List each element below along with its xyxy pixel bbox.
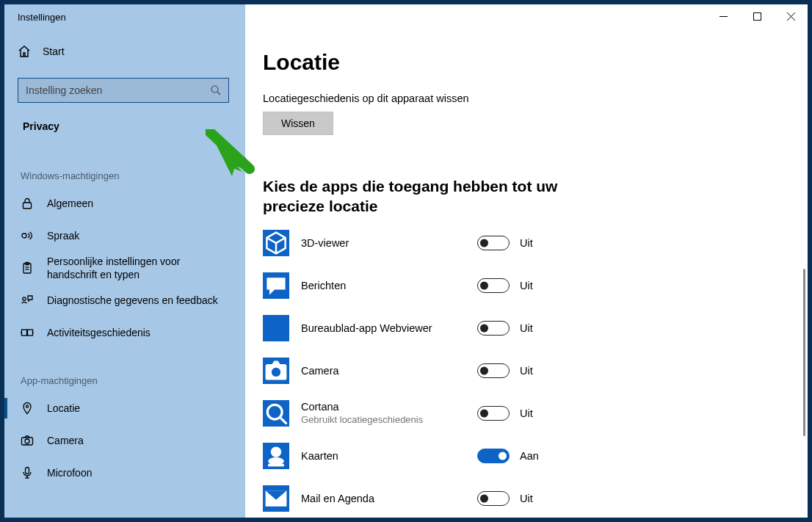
sidebar-item-inking[interactable]: Persoonlijke instellingen voor handschri…: [18, 252, 236, 284]
app-icon: [263, 443, 289, 469]
app-name: 3D-viewer: [301, 237, 477, 249]
sidebar-item-speech[interactable]: Spraak: [18, 220, 236, 252]
app-row: 3D-viewerUit: [263, 230, 796, 256]
maximize-button[interactable]: [740, 4, 774, 28]
svg-line-5: [217, 92, 220, 95]
app-toggle[interactable]: [477, 449, 510, 463]
app-text: Kaarten: [301, 450, 477, 462]
page-title: Locatie: [263, 50, 796, 75]
sidebar-item-label: Algemeen: [47, 197, 93, 210]
sidebar-item-diagnostics[interactable]: Diagnostische gegevens en feedback: [18, 284, 236, 316]
sidebar-item-label: Microfoon: [47, 466, 92, 479]
choose-apps-heading: Kies de apps die toegang hebben tot uw p…: [263, 176, 601, 217]
toggle-state-label: Uit: [520, 237, 533, 249]
toggle-state-label: Uit: [520, 493, 533, 504]
toggle-state-label: Uit: [520, 365, 533, 377]
close-icon: [787, 12, 795, 21]
svg-rect-6: [23, 203, 32, 209]
search-icon: [211, 85, 221, 95]
sidebar-item-general[interactable]: Algemeen: [18, 187, 236, 220]
sidebar-item-camera[interactable]: Camera: [18, 424, 236, 457]
app-row: Mail en AgendaUit: [263, 485, 796, 512]
sidebar-item-label: Locatie: [47, 402, 80, 415]
toggle-state-label: Uit: [520, 407, 533, 419]
category-heading: Privacy: [18, 116, 236, 139]
content-area: Start Privacy Windows-machtigingen Algem…: [4, 29, 808, 518]
app-text: Berichten: [301, 280, 477, 291]
app-name: Camera: [301, 365, 477, 377]
svg-point-22: [272, 367, 280, 376]
app-toggle-wrap: Uit: [477, 321, 533, 336]
app-icon: [263, 485, 289, 512]
toggle-state-label: Uit: [520, 280, 533, 291]
app-icon: [263, 358, 289, 384]
toggle-state-label: Aan: [520, 450, 539, 462]
app-toggle[interactable]: [477, 491, 510, 506]
app-toggle-wrap: Uit: [477, 363, 533, 378]
app-toggle[interactable]: [477, 406, 510, 421]
svg-point-19: [25, 439, 29, 443]
svg-rect-1: [753, 12, 761, 20]
app-name: Kaarten: [301, 450, 477, 462]
svg-point-25: [271, 446, 281, 457]
home-link[interactable]: Start: [18, 35, 236, 68]
app-toggle[interactable]: [477, 236, 510, 250]
microphone-icon: [21, 466, 34, 479]
app-row: CameraUit: [263, 358, 796, 384]
camera-icon: [21, 434, 34, 447]
app-icon: [263, 315, 289, 341]
minimize-icon: [719, 12, 728, 21]
feedback-icon: [21, 294, 34, 307]
app-toggle-wrap: Uit: [477, 406, 533, 421]
app-row: Bureaublad-app WebviewerUit: [263, 315, 796, 341]
app-toggle[interactable]: [477, 363, 510, 378]
home-label: Start: [43, 46, 65, 57]
sidebar-item-activity[interactable]: Activiteitsgeschiedenis: [18, 316, 236, 349]
sidebar-item-label: Spraak: [47, 229, 79, 242]
app-name: Mail en Agenda: [301, 493, 477, 504]
app-icon: [263, 272, 289, 299]
clipboard-icon: [21, 261, 34, 275]
app-row: KaartenAan: [263, 443, 796, 469]
app-row: BerichtenUit: [263, 272, 796, 299]
close-button[interactable]: [774, 4, 808, 28]
minimize-button[interactable]: [706, 4, 740, 28]
app-title: Instellingen: [18, 12, 66, 23]
app-icon: [263, 400, 289, 427]
search-box[interactable]: [18, 78, 229, 103]
scrollbar[interactable]: [803, 269, 805, 436]
app-toggle[interactable]: [477, 278, 510, 293]
app-toggle-wrap: Aan: [477, 449, 539, 463]
app-text: Bureaublad-app Webviewer: [301, 322, 477, 334]
home-icon: [18, 45, 31, 58]
apps-list: 3D-viewerUitBerichtenUitBureaublad-app W…: [263, 230, 796, 512]
app-text: Mail en Agenda: [301, 493, 477, 504]
app-toggle-wrap: Uit: [477, 491, 533, 506]
location-icon: [21, 402, 34, 415]
svg-point-17: [26, 405, 28, 407]
settings-window: Instellingen Start: [4, 4, 808, 518]
sidebar-item-label: Camera: [47, 434, 84, 447]
app-text: Camera: [301, 365, 477, 377]
titlebar-title: Instellingen: [4, 4, 245, 29]
sidebar-item-location[interactable]: Locatie: [18, 392, 236, 424]
sidebar-item-label: Diagnostische gegevens en feedback: [47, 294, 218, 307]
app-toggle-wrap: Uit: [477, 236, 533, 250]
app-toggle-wrap: Uit: [477, 278, 533, 293]
sidebar-item-microphone[interactable]: Microfoon: [18, 457, 236, 489]
search-input[interactable]: [26, 84, 211, 96]
svg-rect-14: [28, 330, 33, 336]
app-text: CortanaGebruikt locatiegeschiedenis: [301, 401, 477, 425]
app-toggle[interactable]: [477, 321, 510, 336]
main-panel: Locatie Locatiegeschiedenis op dit appar…: [245, 29, 808, 518]
sidebar-item-label: Activiteitsgeschiedenis: [47, 326, 151, 339]
app-name: Cortana: [301, 401, 477, 413]
app-name: Berichten: [301, 280, 477, 291]
svg-point-23: [267, 405, 282, 419]
app-text: 3D-viewer: [301, 237, 477, 249]
speech-icon: [21, 229, 34, 242]
lock-icon: [21, 197, 34, 210]
svg-point-4: [211, 86, 218, 93]
history-caption: Locatiegeschiedenis op dit apparaat wiss…: [263, 93, 796, 104]
clear-history-button[interactable]: Wissen: [263, 112, 333, 135]
